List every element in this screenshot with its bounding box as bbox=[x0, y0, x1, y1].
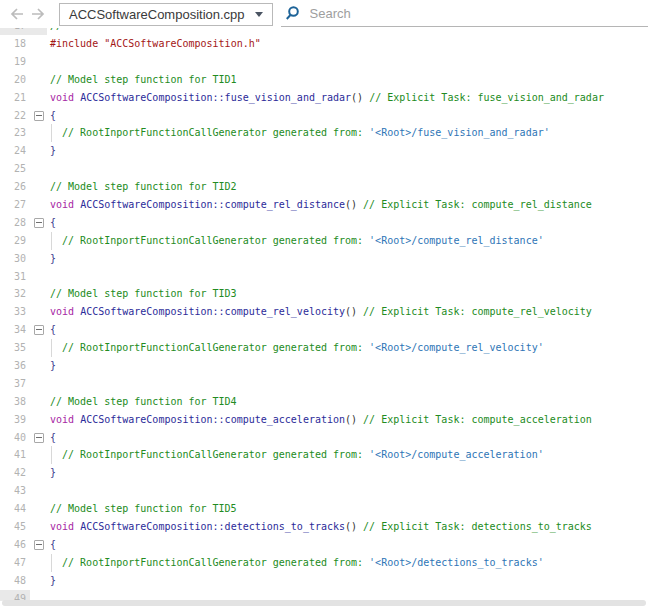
line-number: 33 bbox=[0, 303, 30, 321]
code-segment: void bbox=[50, 414, 74, 425]
code-text: void ACCSoftwareComposition::compute_rel… bbox=[47, 196, 648, 214]
line-number: 27 bbox=[0, 196, 30, 214]
code-segment: ACCSoftwareComposition::detections_to_tr… bbox=[80, 521, 345, 532]
fold-column bbox=[30, 178, 47, 196]
code-text: // bbox=[47, 28, 648, 35]
fold-column bbox=[30, 482, 47, 500]
code-line: 41 // RootInportFunctionCallGenerator ge… bbox=[0, 446, 648, 464]
code-segment: } bbox=[50, 575, 56, 586]
code-line: 48} bbox=[0, 572, 648, 590]
code-segment: #include bbox=[50, 38, 98, 49]
line-number: 41 bbox=[0, 446, 30, 464]
code-segment: // RootInportFunctionCallGenerator gener… bbox=[50, 449, 369, 460]
line-number: 28 bbox=[0, 214, 30, 232]
code-segment: } bbox=[50, 145, 56, 156]
model-element-link[interactable]: '<Root>/fuse_vision_and_radar' bbox=[369, 127, 550, 138]
fold-column bbox=[30, 107, 47, 125]
line-number: 31 bbox=[0, 268, 30, 286]
code-text: // RootInportFunctionCallGenerator gener… bbox=[47, 446, 648, 464]
fold-column bbox=[30, 303, 47, 321]
line-number: 37 bbox=[0, 375, 30, 393]
model-element-link[interactable]: '<Root>/compute_rel_velocity' bbox=[369, 342, 544, 353]
code-segment: // Model step function for TID4 bbox=[50, 396, 237, 407]
fold-column bbox=[30, 160, 47, 178]
code-line: 31 bbox=[0, 268, 648, 286]
model-element-link[interactable]: '<Root>/compute_rel_distance' bbox=[369, 235, 544, 246]
code-line: 28{ bbox=[0, 214, 648, 232]
fold-column bbox=[30, 572, 47, 590]
forward-arrow-icon bbox=[29, 5, 47, 23]
line-number: 36 bbox=[0, 357, 30, 375]
line-number: 35 bbox=[0, 339, 30, 357]
forward-button[interactable] bbox=[27, 4, 48, 25]
back-button[interactable] bbox=[6, 4, 27, 25]
fold-column bbox=[30, 464, 47, 482]
code-segment: // RootInportFunctionCallGenerator gener… bbox=[50, 235, 369, 246]
fold-collapse-icon[interactable] bbox=[34, 218, 44, 228]
line-number: 38 bbox=[0, 393, 30, 411]
code-viewer-window: ACCSoftwareComposition.cpp 17// 18#inclu… bbox=[0, 0, 648, 607]
fold-column bbox=[30, 536, 47, 554]
code-line: 27void ACCSoftwareComposition::compute_r… bbox=[0, 196, 648, 214]
file-selector-dropdown[interactable]: ACCSoftwareComposition.cpp bbox=[59, 3, 273, 26]
line-number: 18 bbox=[0, 35, 30, 53]
code-segment: // Model step function for TID3 bbox=[50, 288, 237, 299]
code-segment: // Explicit Task: fuse_vision_and_radar bbox=[369, 92, 604, 103]
code-line: 34{ bbox=[0, 321, 648, 339]
fold-column bbox=[30, 500, 47, 518]
partial-line-bottom: 49 bbox=[0, 590, 648, 601]
line-number: 24 bbox=[0, 142, 30, 160]
code-segment: // bbox=[50, 28, 62, 31]
line-number: 20 bbox=[0, 71, 30, 89]
code-line: 47 // RootInportFunctionCallGenerator ge… bbox=[0, 554, 648, 572]
fold-column bbox=[30, 411, 47, 429]
code-text: #include "ACCSoftwareComposition.h" bbox=[47, 35, 648, 53]
fold-collapse-icon[interactable] bbox=[34, 111, 44, 121]
line-number: 29 bbox=[0, 232, 30, 250]
fold-column bbox=[30, 446, 47, 464]
model-element-link[interactable]: '<Root>/compute_acceleration' bbox=[369, 449, 544, 460]
fold-column bbox=[30, 124, 47, 142]
fold-column bbox=[30, 196, 47, 214]
line-number: 48 bbox=[0, 572, 30, 590]
fold-collapse-icon[interactable] bbox=[34, 540, 44, 550]
fold-column bbox=[30, 375, 47, 393]
code-text bbox=[47, 590, 648, 601]
code-segment: // Model step function for TID1 bbox=[50, 74, 237, 85]
code-line: 38// Model step function for TID4 bbox=[0, 393, 648, 411]
fold-collapse-icon[interactable] bbox=[34, 325, 44, 335]
code-lines: 18#include "ACCSoftwareComposition.h"192… bbox=[0, 35, 648, 590]
search-input[interactable] bbox=[308, 5, 648, 22]
fold-collapse-icon[interactable] bbox=[34, 433, 44, 443]
fold-column bbox=[30, 429, 47, 447]
code-segment: // Model step function for TID5 bbox=[50, 503, 237, 514]
code-line: 40{ bbox=[0, 429, 648, 447]
code-text: // RootInportFunctionCallGenerator gener… bbox=[47, 554, 648, 572]
code-segment: } bbox=[50, 360, 56, 371]
line-number: 39 bbox=[0, 411, 30, 429]
line-number: 45 bbox=[0, 518, 30, 536]
code-editor: 17// 18#include "ACCSoftwareComposition.… bbox=[0, 28, 648, 607]
code-text: void ACCSoftwareComposition::fuse_vision… bbox=[47, 89, 648, 107]
line-number: 30 bbox=[0, 250, 30, 268]
back-arrow-icon bbox=[8, 5, 26, 23]
code-text: void ACCSoftwareComposition::compute_rel… bbox=[47, 303, 648, 321]
code-text: // Model step function for TID3 bbox=[47, 285, 648, 303]
code-text: { bbox=[47, 429, 648, 447]
code-segment: // Explicit Task: compute_rel_velocity bbox=[363, 306, 592, 317]
fold-column bbox=[30, 232, 47, 250]
code-line: 21void ACCSoftwareComposition::fuse_visi… bbox=[0, 89, 648, 107]
code-text: { bbox=[47, 107, 648, 125]
fold-column bbox=[30, 518, 47, 536]
model-element-link[interactable]: '<Root>/detections_to_tracks' bbox=[369, 557, 544, 568]
code-text: void ACCSoftwareComposition::detections_… bbox=[47, 518, 648, 536]
code-text: } bbox=[47, 572, 648, 590]
code-segment: { bbox=[50, 110, 56, 121]
code-line: 44// Model step function for TID5 bbox=[0, 500, 648, 518]
code-line: 46{ bbox=[0, 536, 648, 554]
line-number: 47 bbox=[0, 554, 30, 572]
code-line: 49 bbox=[0, 590, 648, 601]
code-line: 39void ACCSoftwareComposition::compute_a… bbox=[0, 411, 648, 429]
horizontal-scrollbar[interactable] bbox=[2, 600, 646, 606]
fold-column bbox=[30, 554, 47, 572]
